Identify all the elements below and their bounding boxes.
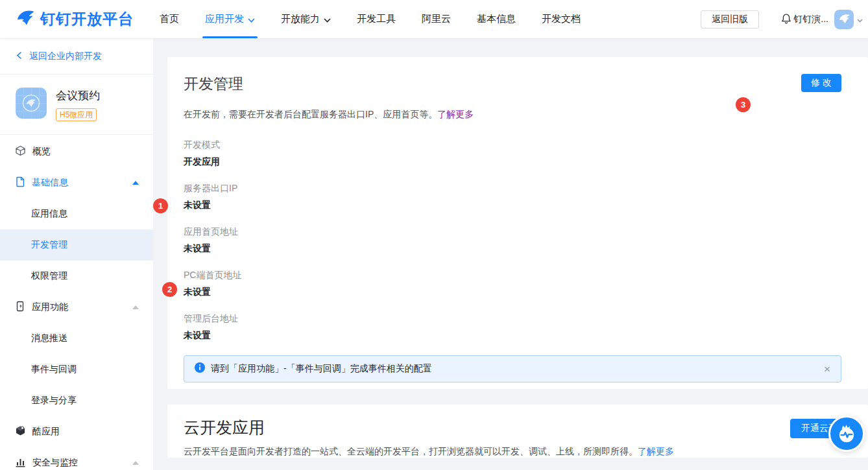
sidebar-item-permission-management[interactable]: 权限管理 bbox=[0, 261, 153, 292]
app-name: 会议预约 bbox=[56, 88, 100, 103]
page-title: 开发管理 bbox=[184, 74, 243, 95]
nav-app-development[interactable]: 应用开发 bbox=[205, 0, 255, 39]
nav-open-capabilities[interactable]: 开放能力 bbox=[281, 0, 331, 39]
modify-button[interactable]: 修 改 bbox=[801, 74, 841, 92]
cloud-monitor-float-button[interactable] bbox=[828, 416, 865, 452]
bell-icon bbox=[781, 13, 791, 26]
app-icon bbox=[16, 88, 47, 119]
phone-bolt-icon bbox=[15, 301, 25, 314]
nav-aliyun[interactable]: 阿里云 bbox=[422, 0, 451, 39]
sidebar-item-security-monitoring[interactable]: 安全与监控 bbox=[0, 447, 153, 470]
banner-message: 请到「应用功能」-「事件与回调」完成事件相关的配置 bbox=[211, 363, 432, 375]
cloud-description: 云开发平台是面向开发者打造的一站式、全云端的开发平台，打开浏览器就可以开发、调试… bbox=[184, 446, 638, 456]
org-name: 钉钉演... bbox=[793, 14, 828, 25]
info-banner: 请到「应用功能」-「事件与回调」完成事件相关的配置 × bbox=[184, 355, 841, 382]
collapse-arrow-icon[interactable] bbox=[132, 181, 139, 185]
collapse-arrow-icon[interactable] bbox=[132, 305, 139, 309]
cool-app-icon bbox=[15, 425, 26, 438]
field-dev-mode: 开发模式 开发应用 bbox=[184, 138, 852, 168]
nav-dev-tools[interactable]: 开发工具 bbox=[357, 0, 396, 39]
sidebar-item-app-features[interactable]: 应用功能 bbox=[0, 292, 153, 323]
sidebar-item-login-share[interactable]: 登录与分享 bbox=[0, 385, 153, 416]
info-icon bbox=[195, 362, 205, 375]
sidebar: 返回企业内部开发 会议预约 H5微应用 概览 基础信息 应用信息 开发管理 bbox=[0, 39, 153, 470]
app-type-badge: H5微应用 bbox=[56, 108, 97, 121]
dingtalk-wing-icon bbox=[16, 8, 35, 30]
sidebar-item-basic-info[interactable]: 基础信息 bbox=[0, 167, 153, 198]
bar-chart-icon bbox=[15, 456, 26, 469]
sidebar-item-dev-management[interactable]: 开发管理 bbox=[0, 229, 153, 261]
sidebar-item-cool-app[interactable]: 酷应用 bbox=[0, 416, 153, 447]
field-app-homepage: 应用首页地址 未设置 bbox=[184, 225, 852, 255]
close-icon[interactable]: × bbox=[824, 364, 830, 375]
cloud-card-title: 云开发应用 bbox=[184, 416, 852, 438]
chevron-down-icon bbox=[324, 14, 331, 25]
learn-more-link[interactable]: 了解更多 bbox=[437, 109, 474, 119]
cloud-dev-card: 云开发应用 云开发平台是面向开发者打造的一站式、全云端的开发平台，打开浏览器就可… bbox=[167, 405, 868, 458]
sidebar-item-app-info[interactable]: 应用信息 bbox=[0, 198, 153, 229]
app-summary: 会议预约 H5微应用 bbox=[0, 75, 153, 135]
dev-fields: 开发模式 开发应用 服务器出口IP 未设置 应用首页地址 未设置 PC端首页地址… bbox=[184, 138, 852, 342]
org-switcher[interactable]: 钉钉演... bbox=[781, 13, 828, 26]
cube-icon bbox=[15, 145, 26, 158]
chevron-down-icon[interactable] bbox=[857, 14, 863, 25]
collapse-arrow-icon[interactable] bbox=[132, 461, 139, 465]
back-to-old-version-button[interactable]: 返回旧版 bbox=[701, 10, 759, 29]
dingtalk-logo[interactable]: 钉钉开放平台 bbox=[16, 8, 134, 30]
nav-basic-info[interactable]: 基本信息 bbox=[477, 0, 516, 39]
dev-description: 在开发前，需要在开发者后台配置服务器出口IP、应用首页等。 bbox=[184, 109, 437, 119]
avatar[interactable] bbox=[834, 10, 854, 29]
top-navbar: 钉钉开放平台 首页 应用开发 开放能力 开发工具 阿里云 基本信息 开发文档 返… bbox=[0, 0, 868, 39]
sidebar-item-message-push[interactable]: 消息推送 bbox=[0, 323, 153, 354]
main-nav: 首页 应用开发 开放能力 开发工具 阿里云 基本信息 开发文档 bbox=[160, 0, 607, 39]
field-admin-backend: 管理后台地址 未设置 bbox=[184, 312, 852, 342]
nav-dev-docs[interactable]: 开发文档 bbox=[542, 0, 581, 39]
chevron-down-icon bbox=[248, 14, 255, 25]
back-to-internal-dev-link[interactable]: 返回企业内部开发 bbox=[0, 39, 153, 75]
sidebar-menu: 概览 基础信息 应用信息 开发管理 权限管理 应用功能 消息推送 bbox=[0, 135, 153, 470]
document-icon bbox=[15, 176, 25, 189]
sidebar-item-overview[interactable]: 概览 bbox=[0, 136, 153, 167]
field-server-ip: 服务器出口IP 未设置 bbox=[184, 182, 852, 211]
field-pc-homepage: PC端首页地址 未设置 bbox=[184, 268, 852, 298]
chevron-left-icon bbox=[16, 51, 22, 62]
sidebar-item-events-callbacks[interactable]: 事件与回调 bbox=[0, 354, 153, 385]
nav-home[interactable]: 首页 bbox=[160, 0, 179, 39]
logo-title: 钉钉开放平台 bbox=[40, 9, 134, 29]
main-content: 开发管理 修 改 在开发前，需要在开发者后台配置服务器出口IP、应用首页等。了解… bbox=[153, 39, 868, 470]
learn-more-link[interactable]: 了解更多 bbox=[638, 446, 674, 456]
dev-management-card: 开发管理 修 改 在开发前，需要在开发者后台配置服务器出口IP、应用首页等。了解… bbox=[167, 57, 868, 389]
